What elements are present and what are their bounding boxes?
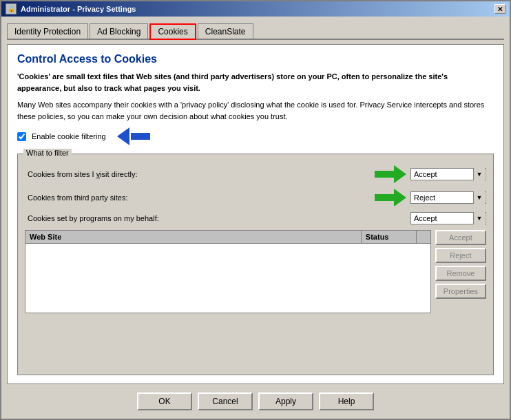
desc1: 'Cookies' are small text files that Web … bbox=[17, 71, 494, 94]
filter-group: What to filter Cookies from sites I visi… bbox=[17, 154, 494, 375]
col-header-web-site: Web Site bbox=[25, 231, 362, 243]
desc2: Many Web sites accompany their cookies w… bbox=[17, 99, 494, 122]
enable-cookie-filtering-row: Enable cookie filtering bbox=[17, 127, 494, 145]
tab-bar: Identity Protection Ad Blocking Cookies … bbox=[7, 22, 504, 40]
side-buttons: Accept Reject Remove Properties bbox=[435, 230, 486, 313]
enable-cookie-filtering-label: Enable cookie filtering bbox=[32, 132, 106, 140]
filter-label-third-party: Cookies from third party sites: bbox=[28, 193, 128, 202]
filter-legend: What to filter bbox=[23, 149, 72, 157]
tab-ad-blocking[interactable]: Ad Blocking bbox=[90, 23, 148, 39]
select-direct[interactable]: Accept Reject Ask bbox=[410, 168, 486, 180]
filter-bottom: Web Site Status Accept R bbox=[25, 230, 486, 313]
table-area: Web Site Status bbox=[25, 230, 431, 313]
desc1-text: 'Cookies' are small text files that Web … bbox=[17, 72, 448, 92]
ok-button[interactable]: OK bbox=[137, 392, 192, 410]
content-area: Control Access to Cookies 'Cookies' are … bbox=[7, 44, 504, 384]
tab-cookies[interactable]: Cookies bbox=[149, 23, 196, 40]
filter-label-direct: Cookies from sites I visit directly: bbox=[28, 170, 138, 178]
filter-row-programs: Cookies set by programs on my behalf: Ac… bbox=[25, 212, 486, 224]
help-button[interactable]: Help bbox=[319, 392, 374, 410]
tab-clean-slate[interactable]: CleanSlate bbox=[198, 23, 253, 39]
site-table: Web Site Status bbox=[25, 230, 431, 313]
green-arrow-third-icon bbox=[375, 189, 406, 207]
green-arrow-direct-icon bbox=[375, 165, 406, 183]
properties-button[interactable]: Properties bbox=[435, 284, 486, 299]
select-direct-wrapper: Accept Reject Ask bbox=[410, 168, 486, 180]
close-button[interactable]: ✕ bbox=[494, 4, 505, 14]
reject-button[interactable]: Reject bbox=[435, 248, 486, 263]
section-title: Control Access to Cookies bbox=[17, 53, 494, 65]
title-bar: 🔒 Administrator - Privacy Settings ✕ bbox=[1, 1, 510, 17]
filter-controls-programs: Accept Reject Ask bbox=[410, 212, 486, 224]
select-programs-wrapper: Accept Reject Ask bbox=[410, 212, 486, 224]
apply-button[interactable]: Apply bbox=[258, 392, 313, 410]
filter-row-third-party: Cookies from third party sites: Accept R… bbox=[25, 189, 486, 207]
enable-cookie-filtering-checkbox[interactable] bbox=[17, 132, 26, 141]
window-title: Administrator - Privacy Settings bbox=[21, 5, 136, 13]
cancel-button[interactable]: Cancel bbox=[198, 392, 253, 410]
select-programs[interactable]: Accept Reject Ask bbox=[410, 212, 486, 224]
main-window: 🔒 Administrator - Privacy Settings ✕ Ide… bbox=[0, 0, 511, 420]
select-third-party-wrapper: Accept Reject Ask bbox=[410, 191, 486, 204]
filter-controls-direct: Accept Reject Ask bbox=[375, 165, 486, 183]
remove-button[interactable]: Remove bbox=[435, 266, 486, 281]
filter-label-programs: Cookies set by programs on my behalf: bbox=[28, 214, 159, 222]
blue-arrow-icon bbox=[117, 127, 150, 145]
filter-row-direct: Cookies from sites I visit directly: Acc… bbox=[25, 165, 486, 183]
col-header-extra bbox=[417, 231, 430, 243]
accept-button[interactable]: Accept bbox=[435, 230, 486, 245]
table-body bbox=[25, 244, 430, 313]
table-header: Web Site Status bbox=[25, 231, 430, 244]
select-third-party[interactable]: Accept Reject Ask bbox=[410, 191, 486, 204]
col-header-status: Status bbox=[362, 231, 417, 243]
bottom-bar: OK Cancel Apply Help bbox=[7, 388, 504, 413]
window-icon: 🔒 bbox=[6, 3, 17, 14]
filter-controls-third-party: Accept Reject Ask bbox=[375, 189, 486, 207]
window-body: Identity Protection Ad Blocking Cookies … bbox=[1, 17, 510, 419]
tab-identity-protection[interactable]: Identity Protection bbox=[7, 23, 88, 39]
